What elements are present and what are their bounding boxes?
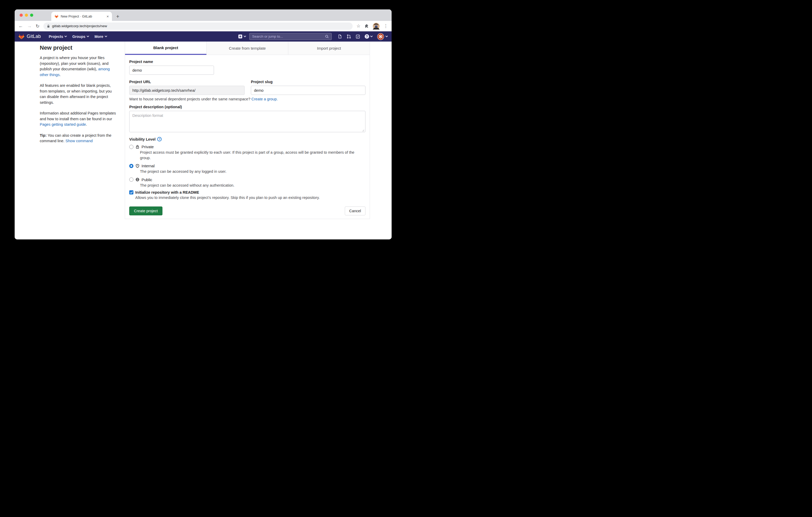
nav-menu-groups[interactable]: Groups [69, 31, 92, 41]
chevron-down-icon [370, 35, 373, 37]
nav-menu-projects-label: Projects [49, 34, 63, 39]
issues-button[interactable] [338, 34, 342, 39]
page-content: New project A project is where you house… [14, 41, 392, 239]
tab-import-project[interactable]: Import project [288, 41, 370, 55]
zoom-window-button[interactable] [30, 13, 33, 17]
new-menu-button[interactable] [238, 34, 246, 39]
tab-blank-project[interactable]: Blank project [125, 41, 206, 55]
browser-profile-avatar[interactable] [373, 23, 380, 30]
forward-icon[interactable]: → [27, 23, 32, 29]
visibility-private-desc: Project access must be granted explicitl… [140, 150, 366, 160]
extensions-puzzle-icon[interactable] [365, 24, 369, 28]
visibility-level-label: Visibility Level [129, 137, 155, 142]
url-text: gitlab.widgetcorp.tech/projects/new [52, 24, 107, 28]
description-block: Project description (optional) [129, 105, 366, 133]
nav-menu-more-label: More [94, 34, 103, 39]
tab-create-from-template[interactable]: Create from template [206, 41, 288, 55]
help-icon: ? [365, 34, 369, 39]
todo-check-icon [356, 34, 360, 39]
new-project-panel: Blank project Create from template Impor… [125, 41, 370, 219]
project-description-label: Project description (optional) [129, 105, 366, 109]
chevron-down-icon [64, 35, 67, 37]
minimize-window-button[interactable] [25, 13, 28, 17]
create-project-button[interactable]: Create project [129, 207, 163, 215]
tab-title: New Project · GitLab [61, 14, 105, 18]
close-window-button[interactable] [20, 13, 23, 17]
reload-icon[interactable]: ↻ [36, 23, 39, 29]
create-a-group-link[interactable]: Create a group. [252, 97, 278, 101]
user-menu-button[interactable] [377, 33, 388, 40]
show-command-link[interactable]: Show command [65, 139, 93, 143]
form-actions: Create project Cancel [129, 207, 366, 215]
traffic-lights [20, 13, 33, 17]
search-input[interactable] [252, 34, 325, 38]
visibility-public-desc: The project can be accessed without any … [140, 183, 366, 188]
address-bar[interactable]: gitlab.widgetcorp.tech/projects/new [44, 23, 353, 30]
sidebar-tip: Tip: You can also create a project from … [40, 133, 116, 144]
project-type-tabs: Blank project Create from template Impor… [125, 41, 370, 55]
sidebar-paragraph-3: Information about additional Pages templ… [40, 111, 116, 127]
lock-icon [136, 145, 139, 149]
namespace-hint-text: Want to house several dependent projects… [129, 97, 252, 101]
project-url-label: Project URL [129, 80, 244, 84]
visibility-private-label[interactable]: Private [142, 145, 154, 149]
project-name-input[interactable] [129, 66, 214, 75]
chevron-down-icon [385, 35, 388, 37]
bookmark-star-icon[interactable]: ☆ [356, 23, 360, 29]
page-title: New project [40, 44, 116, 51]
merge-requests-button[interactable] [347, 34, 351, 39]
visibility-internal-label[interactable]: Internal [142, 163, 154, 168]
tab-close-icon[interactable]: × [107, 14, 109, 18]
sidebar-p3-text: Information about additional Pages templ… [40, 111, 116, 121]
project-name-label: Project name [129, 60, 366, 64]
radio-public[interactable] [129, 178, 134, 182]
search-icon [325, 35, 329, 38]
visibility-option-private: Private Project access must be granted e… [129, 145, 366, 160]
toolbar-actions: ☆ ⋮ [356, 23, 388, 30]
browser-menu-icon[interactable]: ⋮ [383, 23, 388, 29]
chevron-down-icon [243, 35, 246, 37]
shield-icon [136, 164, 139, 168]
url-slug-row: Project URL Project slug [129, 80, 366, 95]
visibility-help-icon[interactable]: ? [157, 137, 162, 142]
visibility-public-label[interactable]: Public [142, 178, 152, 182]
nav-menu-more[interactable]: More [92, 31, 110, 41]
help-menu-button[interactable]: ? [365, 34, 373, 39]
browser-toolbar: ← → ↻ gitlab.widgetcorp.tech/projects/ne… [14, 21, 392, 31]
user-avatar [377, 33, 384, 40]
chevron-down-icon [105, 35, 107, 37]
sidebar-paragraph-2: All features are enabled for blank proje… [40, 83, 116, 105]
gitlab-logo[interactable]: GitLab [18, 33, 41, 39]
radio-private[interactable] [129, 145, 134, 149]
new-project-sidebar: New project A project is where you house… [40, 44, 116, 149]
sidebar-paragraph-1: A project is where you house your files … [40, 55, 116, 78]
readme-desc: Allows you to immediately clone this pro… [135, 195, 366, 200]
readme-checkbox[interactable] [129, 190, 134, 194]
radio-internal[interactable] [129, 164, 134, 168]
check-icon [130, 191, 133, 194]
merge-request-icon [347, 34, 351, 39]
visibility-section: Visibility Level ? Private [129, 137, 366, 188]
back-icon[interactable]: ← [18, 23, 23, 29]
globe-icon [136, 178, 139, 182]
plus-square-icon [238, 34, 242, 39]
new-tab-button[interactable]: + [116, 14, 119, 19]
readme-section: Initialize repository with a README Allo… [129, 190, 366, 200]
gitlab-wordmark: GitLab [27, 34, 41, 39]
project-slug-input[interactable] [251, 86, 366, 95]
browser-tab[interactable]: New Project · GitLab × [51, 12, 112, 21]
blank-project-form: Project name Project URL Project slug Wa… [125, 55, 370, 215]
todos-button[interactable] [356, 34, 360, 39]
nav-menu-projects[interactable]: Projects [46, 31, 69, 41]
visibility-option-public: Public The project can be accessed witho… [129, 178, 366, 188]
global-search[interactable] [249, 33, 332, 40]
project-url-input[interactable] [129, 86, 244, 95]
project-description-input[interactable] [129, 111, 366, 132]
pages-guide-link[interactable]: Pages getting started guide [40, 122, 86, 126]
cancel-button[interactable]: Cancel [345, 207, 366, 215]
resize-handle-icon[interactable] [362, 129, 365, 132]
sidebar-p3-after: . [86, 122, 87, 126]
browser-titlebar: New Project · GitLab × + [14, 9, 392, 21]
lock-icon [47, 24, 50, 28]
readme-label[interactable]: Initialize repository with a README [135, 190, 199, 194]
